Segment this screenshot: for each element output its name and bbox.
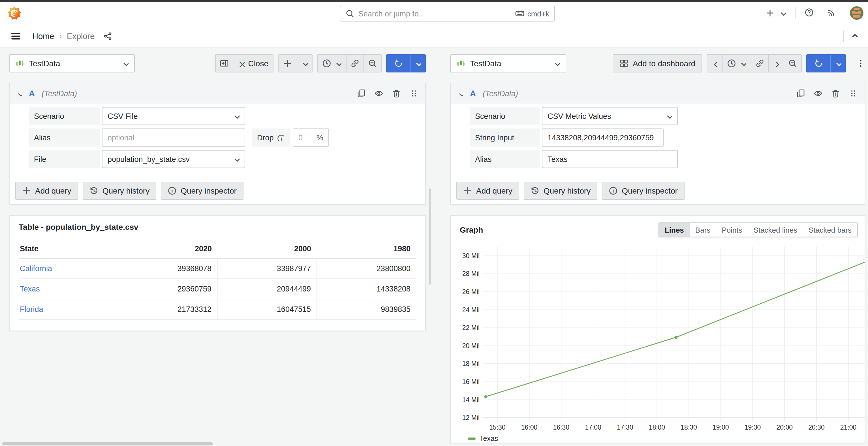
close-pane-button[interactable]: Close [233,55,273,72]
table-head: State202020001980 [19,240,416,258]
drop-percent-input[interactable]: 0 % [293,128,329,147]
testdata-datasource-icon [456,59,465,68]
top-nav-bar: cmd+k [0,2,868,24]
plus-icon [283,59,292,68]
query-history-button[interactable]: Query history [524,182,598,200]
horizontal-scrollbar-thumb[interactable] [2,442,213,445]
scenario-select[interactable]: CSV Metric Values [542,107,678,125]
zoom-out-time-button[interactable] [784,55,801,72]
query-row-header[interactable]: A (TestData) [10,83,425,103]
graph-panel-title: Graph [460,225,483,234]
new-dropdown-caret[interactable] [777,5,788,21]
collapse-chevron-icon[interactable] [17,91,22,96]
drag-handle-icon[interactable] [409,89,418,98]
news-button[interactable] [825,5,840,21]
graph-mode-stacked-bars[interactable]: Stacked bars [803,223,857,236]
query-history-button[interactable]: Query history [83,182,157,200]
help-icon [805,8,815,18]
add-to-dashboard-button[interactable]: Add to dashboard [613,54,702,72]
shift-time-forward-button[interactable] [768,55,784,72]
kebab-menu-icon[interactable] [856,59,865,68]
info-icon [277,134,284,141]
zoom-out-time-button[interactable] [364,55,381,72]
table-panel-title: Table - population_by_state.csv [19,222,416,231]
refresh-icon [814,59,823,68]
search-box[interactable]: cmd+k [340,6,555,22]
string-input[interactable] [548,133,658,142]
left-pane-toolbar: TestData Close [9,54,426,72]
table-column-header[interactable]: 1980 [317,240,416,258]
x-axis-tick-label: 20:30 [808,424,825,431]
legend-label[interactable]: Texas [479,435,498,443]
collapse-chevron-icon[interactable] [458,91,463,96]
graph-mode-stacked-lines[interactable]: Stacked lines [748,223,803,236]
query-inspector-button[interactable]: Query inspector [161,182,244,200]
chevron-down-icon [335,60,341,67]
search-input[interactable] [359,9,512,18]
delete-query-trash-icon[interactable] [392,89,401,98]
add-panel-caret[interactable] [297,55,312,72]
grafana-logo-icon[interactable] [7,6,22,20]
plus-icon [766,8,775,18]
graph-mode-bars[interactable]: Bars [690,223,716,236]
population-table: State202020001980 California393680783398… [19,240,416,320]
chevron-down-icon [740,60,746,67]
file-select[interactable]: population_by_state.csv [102,150,245,168]
clock-icon [322,59,331,68]
chevron-up-icon[interactable] [850,31,861,41]
alias-input[interactable] [107,133,240,142]
disable-query-eye-icon[interactable] [814,89,823,98]
time-picker-button[interactable] [318,55,346,72]
run-query-interval-caret[interactable] [830,55,845,72]
run-query-interval-caret[interactable] [410,55,425,72]
chart-legend: Texas [468,434,865,443]
query-row-header[interactable]: A (TestData) [451,83,865,103]
share-icon[interactable] [103,31,112,40]
value-cell: 14338208 [317,279,416,299]
new-button[interactable] [763,5,777,21]
query-inspector-button[interactable]: Query inspector [602,182,685,200]
chevron-down-icon [301,60,308,67]
query-ref-id: A [29,89,35,98]
delete-query-trash-icon[interactable] [831,89,840,98]
run-query-button[interactable] [807,55,830,72]
graph-mode-points[interactable]: Points [716,223,748,236]
alias-input[interactable] [548,155,672,163]
help-button[interactable] [802,5,817,21]
add-query-button[interactable]: Add query [15,182,78,200]
y-axis-tick-label: 28 Mil [462,270,479,277]
run-query-button[interactable] [387,55,410,72]
split-view-button[interactable] [216,55,233,72]
datasource-picker[interactable]: TestData [450,54,566,72]
disable-query-eye-icon[interactable] [374,89,383,98]
duplicate-query-icon[interactable] [796,89,805,98]
state-link[interactable]: Texas [20,285,40,293]
state-link[interactable]: Florida [20,305,43,314]
x-axis-tick-label: 17:00 [585,424,601,431]
table-column-header[interactable]: 2020 [118,240,217,258]
series-line [486,261,865,397]
rss-icon [827,8,837,18]
sync-timeranges-button[interactable] [751,55,768,72]
pane-resize-handle[interactable] [429,189,431,285]
scenario-select[interactable]: CSV File [102,107,245,125]
table-column-header[interactable]: State [19,240,118,258]
state-link[interactable]: California [20,264,52,273]
duplicate-query-icon[interactable] [357,89,366,98]
menu-icon[interactable] [10,31,22,42]
graph-mode-lines[interactable]: Lines [659,223,690,236]
sync-timeranges-button[interactable] [346,55,364,72]
datasource-picker[interactable]: TestData [9,54,135,72]
string-input-label: String Input [470,128,539,147]
add-query-button[interactable]: Add query [456,182,519,200]
time-picker-button[interactable] [722,55,751,72]
table-panel: Table - population_by_state.csv State202… [9,215,426,331]
table-column-header[interactable]: 2000 [217,240,317,258]
shift-time-back-button[interactable] [707,55,722,72]
query-ref-id: A [470,89,476,98]
avatar[interactable] [850,6,864,20]
drag-handle-icon[interactable] [849,89,858,98]
value-cell: 9839835 [317,299,416,319]
add-panel-button[interactable] [279,55,297,72]
breadcrumb-home[interactable]: Home [32,31,54,40]
